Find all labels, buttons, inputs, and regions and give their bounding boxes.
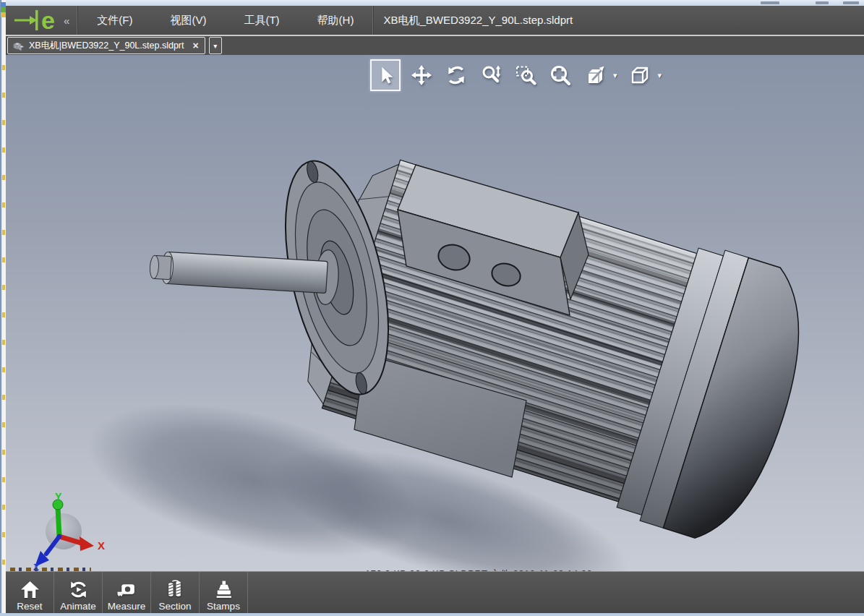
menu-bar: e « 文件(F) 视图(V) 工具(T) 帮助(H) XB电机_BWED392…: [6, 6, 864, 36]
viewport-3d[interactable]: Y X Z: [6, 55, 864, 571]
home-icon: [20, 580, 40, 599]
view-orientation-icon: [584, 64, 606, 86]
zoom-area-tool-button[interactable]: [512, 61, 539, 90]
document-tab-label: XB电机|BWED3922_Y_90L.step.sldprt: [29, 40, 184, 52]
stamps-button-label: Stamps: [207, 601, 240, 612]
window-title: XB电机_BWED3922_Y_90L.step.sldprt: [383, 14, 573, 27]
view-toolbar: ▾ ▾: [370, 59, 670, 91]
animate-button[interactable]: Animate: [54, 572, 103, 614]
background-fragment: [761, 1, 779, 4]
view-orientation-dropdown-icon[interactable]: ▾: [613, 71, 617, 80]
zoom-tool-button[interactable]: [477, 61, 505, 90]
main-menu: 文件(F) 视图(V) 工具(T) 帮助(H): [78, 6, 372, 35]
background-fragment: [843, 1, 859, 4]
edrawings-logo-letter: e: [41, 9, 55, 31]
background-fragment: [816, 1, 829, 4]
zoom-area-icon: [515, 64, 536, 86]
stamps-icon: [214, 580, 234, 599]
menu-separator: [372, 6, 374, 35]
reset-button-label: Reset: [17, 601, 42, 612]
measure-button-label: Measure: [108, 601, 146, 612]
zoom-fit-icon: [549, 64, 571, 86]
pan-arrows-icon: [411, 64, 432, 86]
background-window-strip-bottom: [0, 613, 864, 616]
section-button-label: Section: [158, 601, 191, 612]
menu-item-view[interactable]: 视图(V): [160, 7, 216, 34]
menu-item-file[interactable]: 文件(F): [87, 7, 142, 34]
tab-bar: XB电机|BWED3922_Y_90L.step.sldprt × ▾: [6, 36, 864, 55]
view-orientation-button[interactable]: [581, 61, 609, 90]
measure-button[interactable]: Measure: [103, 572, 151, 614]
pan-tool-button[interactable]: [408, 61, 435, 90]
measure-icon: [117, 580, 137, 599]
zoom-fit-tool-button[interactable]: [547, 61, 574, 90]
document-tab[interactable]: XB电机|BWED3922_Y_90L.step.sldprt ×: [7, 37, 205, 54]
edrawings-logo-icon: e: [13, 7, 55, 33]
rotate-tool-button[interactable]: [442, 61, 470, 90]
tab-close-icon[interactable]: ×: [192, 40, 198, 51]
rotate-arrows-icon: [445, 64, 467, 86]
display-mode-dropdown-icon[interactable]: ▾: [658, 71, 662, 80]
triad-x-label: X: [98, 539, 105, 552]
animate-button-label: Animate: [60, 601, 96, 612]
chevron-down-icon: ▾: [213, 42, 217, 50]
background-window-strip-top: [0, 0, 864, 6]
menu-item-help[interactable]: 帮助(H): [307, 7, 364, 34]
section-button[interactable]: Section: [151, 572, 200, 614]
cursor-arrow-icon: [375, 65, 395, 85]
reset-button[interactable]: Reset: [6, 572, 54, 614]
display-mode-button[interactable]: [626, 61, 654, 90]
part-document-icon: [12, 40, 25, 51]
tab-list-dropdown[interactable]: ▾: [209, 37, 222, 54]
stamps-button[interactable]: Stamps: [200, 572, 248, 614]
display-cube-icon: [629, 64, 651, 86]
zoom-in-out-icon: [480, 64, 502, 86]
section-icon: [166, 580, 185, 599]
triad-y-label: Y: [55, 491, 62, 502]
edrawings-window: e « 文件(F) 视图(V) 工具(T) 帮助(H) XB电机_BWED392…: [0, 0, 864, 616]
collapse-panel-chevron[interactable]: «: [64, 14, 69, 27]
background-tree-dashes: [2, 43, 5, 571]
motor-model[interactable]: Y X Z: [6, 55, 864, 571]
animate-icon: [69, 580, 88, 599]
background-window-strip-left: [0, 0, 6, 616]
select-tool-button[interactable]: [370, 59, 401, 91]
background-mini-icon: [1, 2, 6, 18]
menu-item-tools[interactable]: 工具(T): [234, 7, 289, 34]
bottom-toolbar: Reset Animate Measure: [6, 571, 864, 614]
